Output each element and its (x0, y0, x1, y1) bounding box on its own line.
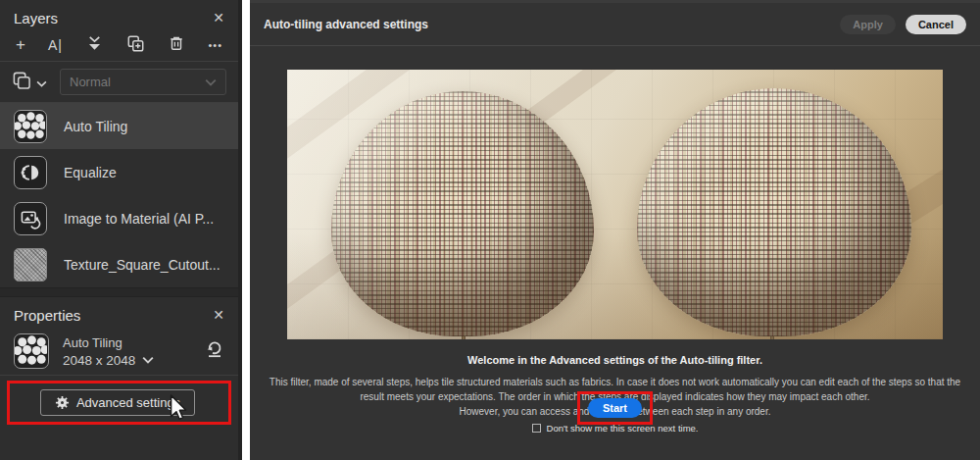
dont-show-checkbox[interactable] (532, 424, 541, 433)
apply-button[interactable]: Apply (840, 15, 896, 34)
properties-title: Properties (14, 307, 80, 324)
layer-name: Image to Material (AI P... (64, 211, 214, 227)
equalize-icon (14, 156, 47, 189)
filter-name: Auto Tiling (63, 335, 154, 350)
blend-mode-select[interactable]: Normal (60, 69, 226, 95)
start-button[interactable]: Start (588, 398, 642, 418)
properties-close-icon[interactable]: ✕ (213, 308, 224, 322)
panel-divider (242, 0, 250, 460)
chevron-down-icon (142, 356, 154, 364)
more-options-button[interactable]: ••• (208, 39, 222, 51)
dialog-title: Auto-tiling advanced settings (264, 18, 428, 31)
import-layer-button[interactable] (85, 34, 104, 57)
chevron-down-icon (205, 78, 217, 86)
layer-name: Auto Tiling (64, 119, 127, 134)
dont-show-row: Don't show me this screen next time. (250, 423, 980, 434)
auto-tiling-icon (14, 333, 49, 369)
layer-row-image-to-material[interactable]: Image to Material (AI P... (0, 195, 238, 241)
layers-title: Layers (14, 10, 58, 26)
blend-mode-value: Normal (70, 75, 111, 89)
import-icon (85, 34, 104, 53)
cancel-button[interactable]: Cancel (906, 15, 966, 34)
dialog-content: Welcome in the Advanced settings of the … (250, 46, 980, 459)
lighting-overlay (287, 70, 943, 339)
reset-filter-button[interactable] (205, 339, 224, 363)
delete-layer-button[interactable] (168, 34, 185, 56)
auto-tiling-dialog: Auto-tiling advanced settings Apply Canc… (250, 0, 980, 460)
layer-name: Texture_Square_Cutout... (64, 257, 220, 273)
mouse-cursor-icon (165, 393, 190, 427)
dialog-header: Auto-tiling advanced settings Apply Canc… (250, 3, 980, 46)
blend-mode-row: Normal (0, 62, 238, 102)
gear-icon (55, 395, 70, 410)
blend-stack-button[interactable] (12, 71, 31, 94)
layers-panel-header: Layers ✕ (0, 0, 238, 29)
layers-close-icon[interactable]: ✕ (213, 11, 224, 25)
layer-list: Auto Tiling Equalize Image to Material (… (0, 103, 238, 287)
properties-filter-item: Auto Tiling 2048 x 2048 (0, 329, 238, 375)
app-window: Layers ✕ + A| ••• (0, 0, 980, 460)
layer-row-auto-tiling[interactable]: Auto Tiling (0, 103, 238, 149)
layer-name: Equalize (64, 165, 117, 180)
duplicate-layer-button[interactable] (126, 34, 145, 57)
properties-filter-texts: Auto Tiling 2048 x 2048 (63, 335, 154, 368)
resolution-dropdown[interactable]: 2048 x 2048 (63, 353, 154, 368)
advanced-settings-area: Advanced settings (0, 376, 238, 460)
add-layer-button[interactable]: + (16, 35, 25, 55)
dialog-actions: Apply Cancel (840, 15, 966, 34)
layers-panel: Layers ✕ + A| ••• (0, 0, 242, 460)
welcome-heading: Welcome in the Advanced settings of the … (250, 354, 980, 366)
texture-thumbnail (14, 248, 47, 281)
trash-icon (168, 34, 185, 52)
dont-show-label[interactable]: Don't show me this screen next time. (547, 423, 699, 434)
layers-toolbar: + A| ••• (0, 29, 238, 61)
annotation-highlight-box: Start (577, 391, 653, 425)
text-tool-button[interactable]: A| (48, 37, 63, 53)
section-divider (0, 287, 238, 297)
auto-tiling-icon (14, 110, 47, 143)
image-to-material-icon (14, 202, 47, 235)
reset-icon (205, 339, 224, 359)
chevron-down-icon (36, 80, 47, 87)
start-area: Start (250, 391, 980, 425)
layer-row-equalize[interactable]: Equalize (0, 149, 238, 195)
fabric-preview-image (287, 70, 943, 339)
duplicate-icon (126, 34, 145, 53)
layer-stack-icon (12, 71, 31, 90)
properties-panel-header: Properties ✕ (0, 301, 238, 329)
layer-row-texture-square-cutout[interactable]: Texture_Square_Cutout... (0, 241, 238, 287)
resolution-value: 2048 x 2048 (63, 353, 135, 368)
blend-stack-dropdown-toggle[interactable] (36, 74, 47, 91)
